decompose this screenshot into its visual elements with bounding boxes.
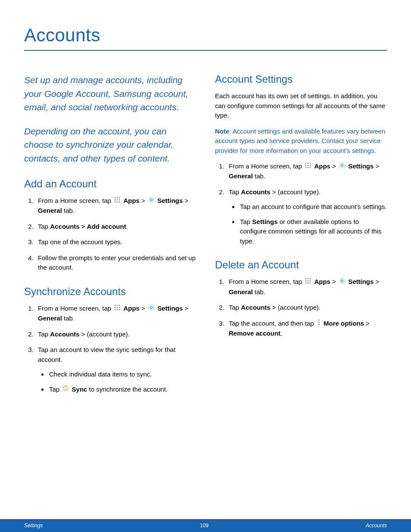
- svg-point-9: [149, 197, 154, 202]
- text: Tap: [229, 188, 241, 196]
- svg-point-11: [115, 305, 116, 306]
- apps-icon: [305, 162, 311, 172]
- delete-steps: From a Home screen, tap Apps > Settings …: [215, 277, 387, 338]
- svg-point-41: [310, 283, 311, 284]
- list-item: From a Home screen, tap Apps > Settings …: [226, 162, 387, 181]
- svg-point-3: [115, 199, 116, 200]
- accounts-label: Accounts: [241, 188, 270, 196]
- list-item: Tap the account, and then tap More optio…: [226, 319, 387, 339]
- general-label: General: [229, 288, 253, 296]
- accounts-label: Accounts: [50, 223, 79, 230]
- accounts-label: Accounts: [241, 304, 270, 311]
- page-title: Accounts: [24, 25, 387, 46]
- svg-point-7: [117, 201, 118, 202]
- svg-point-8: [119, 201, 120, 202]
- text: Tap: [240, 218, 252, 225]
- text: Tap the account, and then tap: [229, 320, 316, 327]
- text: From a Home screen, tap: [229, 278, 304, 285]
- svg-point-36: [305, 280, 307, 282]
- more-options-label: More options: [324, 320, 364, 327]
- list-item: From a Home screen, tap Apps > Settings …: [35, 304, 196, 324]
- list-item: Tap Accounts > (account type). Tap an ac…: [226, 187, 387, 246]
- footer-left: Settings: [24, 523, 43, 529]
- left-column: Set up and manage accounts, including yo…: [24, 73, 196, 401]
- text: .: [280, 330, 282, 337]
- svg-point-27: [310, 165, 311, 166]
- text: Tap: [38, 330, 50, 338]
- svg-point-0: [115, 197, 116, 198]
- svg-point-28: [305, 167, 307, 168]
- note-body: : Account settings and available feature…: [215, 128, 385, 154]
- apps-label: Apps: [123, 305, 140, 312]
- settings-icon: [339, 162, 346, 172]
- list-item: Tap Accounts > Add account.: [35, 222, 196, 232]
- apps-icon: [114, 196, 121, 206]
- svg-point-45: [318, 322, 319, 323]
- svg-point-29: [308, 167, 309, 168]
- apps-icon: [114, 304, 121, 314]
- sync-label: Sync: [72, 386, 87, 393]
- svg-point-43: [341, 280, 343, 282]
- sync-icon: [62, 385, 69, 395]
- text: tab.: [253, 288, 265, 296]
- svg-point-46: [318, 324, 319, 325]
- heading-add-account: Add an Account: [24, 178, 196, 190]
- list-item: Tap Accounts > (account type).: [35, 330, 196, 339]
- note: Note: Account settings and available fea…: [215, 127, 387, 156]
- svg-point-13: [119, 305, 120, 306]
- list-item: Follow the prompts to enter your credent…: [35, 253, 196, 273]
- svg-point-12: [117, 305, 118, 306]
- note-label: Note: [215, 128, 229, 135]
- svg-point-33: [305, 278, 307, 280]
- list-item: From a Home screen, tap Apps > Settings …: [226, 277, 387, 297]
- text: Tap an account to view the sync settings…: [38, 346, 175, 363]
- list-item: Tap an account to view the sync settings…: [35, 345, 196, 395]
- text: to synchronize the account.: [87, 386, 168, 393]
- svg-point-4: [117, 199, 118, 200]
- text: From a Home screen, tap: [229, 162, 304, 170]
- title-rule: [24, 50, 387, 51]
- svg-point-22: [305, 162, 307, 164]
- apps-label: Apps: [314, 278, 330, 285]
- settings-icon: [339, 277, 346, 287]
- svg-point-10: [150, 199, 153, 201]
- svg-point-24: [310, 162, 311, 164]
- list-item: From a Home screen, tap Apps > Settings …: [35, 196, 196, 216]
- sync-bullets: Check individual data items to sync. Tap…: [38, 370, 196, 395]
- svg-point-30: [310, 167, 311, 168]
- apps-label: Apps: [123, 197, 140, 204]
- intro-paragraph-1: Set up and manage accounts, including yo…: [24, 73, 196, 114]
- list-item: Tap Accounts > (account type).: [226, 303, 387, 313]
- add-account-steps: From a Home screen, tap Apps > Settings …: [24, 196, 196, 273]
- text: >: [376, 278, 380, 285]
- text: > (account type).: [80, 330, 130, 338]
- more-options-icon: [317, 319, 321, 329]
- text: > (account type).: [271, 304, 321, 311]
- text: Tap: [229, 304, 241, 311]
- footer-right: Accounts: [366, 523, 387, 529]
- text: >: [332, 278, 338, 285]
- text: >: [364, 320, 370, 327]
- text: >: [80, 223, 87, 230]
- account-settings-intro: Each account has its own set of settings…: [215, 91, 387, 121]
- svg-point-42: [339, 278, 345, 283]
- text: > (account type).: [271, 188, 321, 196]
- list-item: Tap Sync to synchronize the account.: [48, 385, 196, 395]
- apps-label: Apps: [314, 162, 330, 170]
- heading-delete: Delete an Account: [215, 259, 387, 271]
- accounts-label: Accounts: [50, 330, 79, 338]
- add-account-label: Add account: [87, 223, 126, 230]
- text: >: [185, 197, 189, 204]
- list-item: Tap Settings or other available options …: [239, 217, 387, 246]
- svg-point-25: [305, 165, 307, 166]
- text: Tap: [49, 386, 61, 393]
- text: >: [332, 162, 338, 170]
- heading-account-settings: Account Settings: [215, 73, 387, 85]
- svg-point-2: [119, 197, 120, 198]
- svg-point-38: [310, 280, 311, 282]
- right-column: Account Settings Each account has its ow…: [215, 73, 387, 401]
- text: >: [141, 197, 147, 204]
- account-settings-bullets: Tap an account to configure that account…: [229, 202, 387, 246]
- svg-point-26: [308, 165, 309, 166]
- svg-point-35: [310, 278, 311, 280]
